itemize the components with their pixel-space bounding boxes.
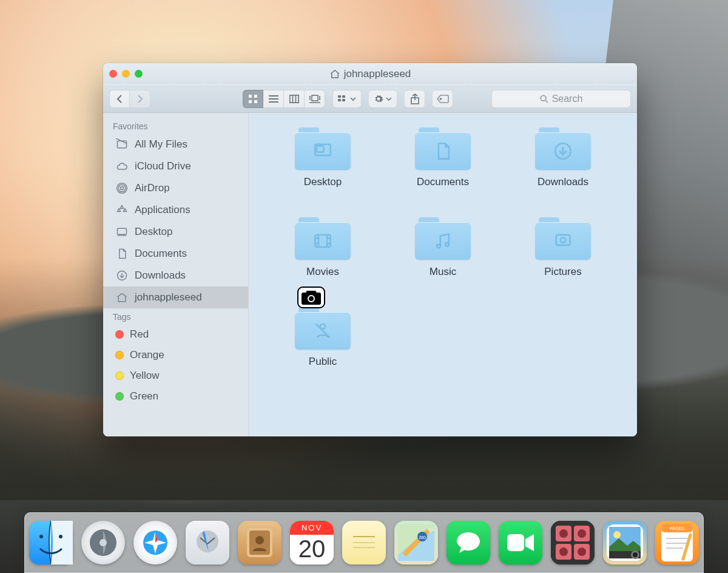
svg-rect-7 xyxy=(289,95,298,102)
svg-point-40 xyxy=(437,245,440,248)
dock-app-iphoto[interactable] xyxy=(603,521,647,565)
folder-downloads[interactable]: Downloads xyxy=(512,127,614,188)
folder-documents[interactable]: Documents xyxy=(392,127,494,188)
search-placeholder: Search xyxy=(552,93,583,104)
svg-rect-15 xyxy=(338,99,341,101)
sidebar-item-applications[interactable]: Applications xyxy=(103,199,248,221)
folder-icon xyxy=(535,127,591,170)
sidebar-tag-yellow[interactable]: Yellow xyxy=(103,365,248,386)
svg-rect-64 xyxy=(507,534,524,551)
sidebar-item-label: Desktop xyxy=(135,226,172,238)
folder-desktop[interactable]: Desktop xyxy=(272,127,374,188)
tag-dot-icon xyxy=(115,371,124,380)
svg-point-47 xyxy=(309,296,314,301)
dock: NOV 20280 PAGES xyxy=(24,512,704,573)
svg-text:PAGES: PAGES xyxy=(670,526,684,531)
svg-rect-16 xyxy=(342,95,345,98)
svg-point-49 xyxy=(39,535,43,538)
arrange-button[interactable] xyxy=(332,90,362,108)
folder-label: Pictures xyxy=(544,266,581,278)
content-area[interactable]: Desktop Documents Downloads xyxy=(249,113,637,436)
home-icon xyxy=(329,69,340,80)
svg-rect-1 xyxy=(254,95,257,98)
list-view-button[interactable] xyxy=(263,90,284,108)
svg-point-50 xyxy=(59,535,62,538)
action-button[interactable] xyxy=(369,90,397,108)
svg-point-55 xyxy=(197,531,218,552)
sidebar-item-johnappleseed[interactable]: johnappleseed xyxy=(103,286,248,308)
folder-icon xyxy=(295,307,351,350)
search-field[interactable]: Search xyxy=(491,90,631,108)
folder-music[interactable]: Music xyxy=(392,217,494,278)
minimize-button[interactable] xyxy=(122,70,130,78)
cloud-icon xyxy=(115,160,129,173)
icon-view-button[interactable] xyxy=(243,90,263,108)
sidebar: Favorites All My Files iCloud Drive AirD… xyxy=(103,113,249,436)
sidebar-item-downloads[interactable]: Downloads xyxy=(103,265,248,286)
sidebar-tag-green[interactable]: Green xyxy=(103,386,248,407)
folder-label: Documents xyxy=(417,176,469,188)
share-button[interactable] xyxy=(405,90,425,108)
dock-app-pages[interactable]: PAGES xyxy=(655,521,699,565)
titlebar[interactable]: johnappleseed xyxy=(103,63,637,85)
sidebar-item-label: Green xyxy=(130,390,158,402)
coverflow-view-button[interactable] xyxy=(305,90,325,108)
sidebar-item-label: johnappleseed xyxy=(135,291,202,303)
folder-icon xyxy=(295,217,351,260)
back-button[interactable] xyxy=(109,90,130,108)
folder-label: Movies xyxy=(306,266,339,278)
finder-window: johnappleseed xyxy=(103,63,637,436)
dock-app-photobooth[interactable] xyxy=(551,521,595,565)
folder-label: Music xyxy=(430,266,456,278)
nav-buttons xyxy=(109,90,150,108)
tag-dot-icon xyxy=(115,392,124,401)
dock-app-finder[interactable] xyxy=(29,521,73,565)
forward-button[interactable] xyxy=(130,90,150,108)
dock-app-mail[interactable] xyxy=(186,521,229,565)
sidebar-item-airdrop[interactable]: AirDrop xyxy=(103,177,248,199)
svg-point-19 xyxy=(440,98,441,99)
svg-rect-2 xyxy=(249,100,252,103)
share-icon xyxy=(411,93,419,104)
sidebar-item-icloud drive[interactable]: iCloud Drive xyxy=(103,155,248,177)
dock-app-safari[interactable] xyxy=(133,521,177,565)
svg-point-41 xyxy=(445,243,449,246)
dock-app-messages[interactable] xyxy=(447,521,490,565)
all-my-files-icon xyxy=(115,138,129,151)
svg-point-70 xyxy=(633,552,638,557)
tag-dot-icon xyxy=(115,330,124,339)
column-view-button[interactable] xyxy=(284,90,305,108)
sidebar-item-label: Applications xyxy=(135,204,190,216)
zoom-button[interactable] xyxy=(135,70,143,78)
window-title: johnappleseed xyxy=(329,68,411,80)
view-mode-buttons xyxy=(243,90,325,108)
sidebar-tag-red[interactable]: Red xyxy=(103,324,248,345)
svg-rect-31 xyxy=(317,146,323,152)
dock-app-notes[interactable] xyxy=(342,521,386,565)
camera-overlay-icon xyxy=(297,286,325,308)
svg-point-25 xyxy=(118,185,126,192)
sidebar-item-documents[interactable]: Documents xyxy=(103,243,248,265)
dock-app-contacts[interactable] xyxy=(238,521,281,565)
sidebar-item-label: iCloud Drive xyxy=(135,160,191,172)
tag-icon xyxy=(437,95,449,103)
close-button[interactable] xyxy=(109,70,117,78)
svg-point-58 xyxy=(255,536,264,544)
tags-button[interactable] xyxy=(433,90,453,108)
airdrop-icon xyxy=(115,181,129,195)
sidebar-item-label: Documents xyxy=(135,248,187,260)
toolbar: Search xyxy=(103,85,637,113)
folder-public[interactable]: Public xyxy=(272,307,374,368)
dock-app-maps[interactable]: 280 xyxy=(394,521,438,565)
svg-rect-17 xyxy=(342,99,345,101)
dock-app-calendar[interactable]: NOV 20 xyxy=(290,521,334,565)
sidebar-item-desktop[interactable]: Desktop xyxy=(103,221,248,243)
svg-point-67 xyxy=(613,531,621,538)
dock-app-facetime[interactable] xyxy=(499,521,542,565)
sidebar-tag-orange[interactable]: Orange xyxy=(103,345,248,365)
dock-app-launchpad[interactable] xyxy=(81,521,125,565)
sidebar-item-label: All My Files xyxy=(135,138,187,151)
folder-movies[interactable]: Movies xyxy=(272,217,374,278)
sidebar-item-all my files[interactable]: All My Files xyxy=(103,134,248,155)
folder-pictures[interactable]: Pictures xyxy=(512,217,614,278)
